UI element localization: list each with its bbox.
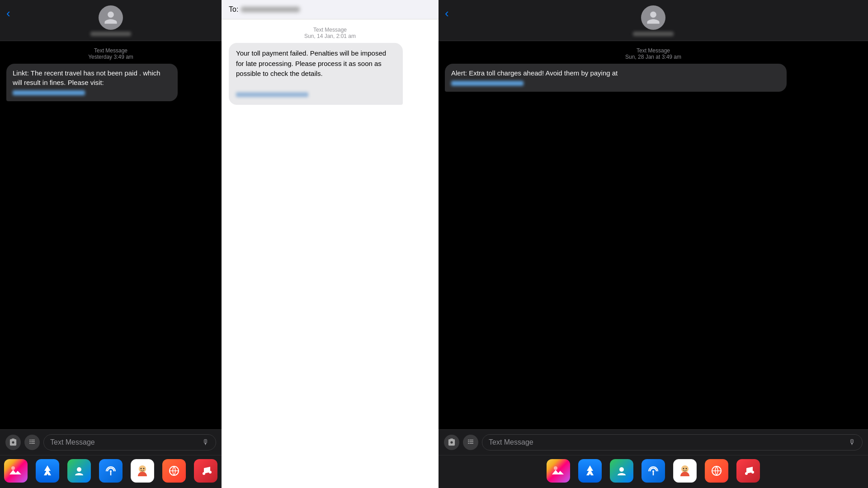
svg-point-5 bbox=[141, 468, 142, 469]
svg-point-1 bbox=[77, 467, 81, 472]
left-dock-shazam[interactable] bbox=[99, 459, 123, 483]
svg-point-2 bbox=[110, 470, 112, 472]
left-phone: ‹ Text Message Yesterday 3:49 am Linkt: … bbox=[0, 0, 222, 488]
right-url-blur bbox=[451, 81, 524, 86]
left-msg-body: Text Message Yesterday 3:49 am Linkt: Th… bbox=[0, 41, 222, 429]
right-dock-appstore[interactable] bbox=[578, 459, 602, 483]
left-input-bar: Text Message 🎙 bbox=[0, 429, 222, 455]
right-dock-bitmoji[interactable] bbox=[673, 459, 697, 483]
middle-recipient-blur bbox=[241, 7, 300, 12]
left-msg-timestamp: Text Message Yesterday 3:49 am bbox=[6, 47, 215, 60]
left-bubble-text: Linkt: The recent travel has not been pa… bbox=[13, 69, 160, 86]
right-dock-music[interactable] bbox=[736, 459, 760, 483]
left-dock-bitmoji[interactable] bbox=[131, 459, 154, 483]
svg-point-12 bbox=[619, 467, 624, 472]
left-dock-appstore[interactable] bbox=[36, 459, 59, 483]
svg-point-9 bbox=[203, 472, 205, 475]
right-mic-icon: 🎙 bbox=[849, 438, 856, 446]
left-mic-icon: 🎙 bbox=[202, 438, 209, 446]
svg-point-10 bbox=[209, 471, 212, 474]
right-dock-findmy[interactable] bbox=[610, 459, 633, 483]
left-apps-button[interactable] bbox=[24, 435, 40, 450]
left-dock-translate[interactable] bbox=[162, 459, 186, 483]
right-contact-name bbox=[633, 32, 674, 36]
svg-point-16 bbox=[683, 468, 684, 469]
middle-msg-timestamp: Sun, 14 Jan, 2:01 am bbox=[304, 33, 356, 39]
left-dock-photos[interactable] bbox=[4, 459, 28, 483]
left-avatar bbox=[99, 5, 123, 30]
svg-point-6 bbox=[143, 468, 145, 469]
right-bubble-text: Alert: Extra toll charges ahead! Avoid t… bbox=[451, 69, 618, 77]
svg-point-17 bbox=[686, 468, 687, 469]
right-avatar bbox=[641, 5, 665, 30]
right-dock-shazam[interactable] bbox=[642, 459, 665, 483]
middle-bubble-text: Your toll payment failed. Penalties will… bbox=[236, 49, 386, 77]
svg-point-15 bbox=[681, 465, 689, 473]
left-dock-findmy[interactable] bbox=[67, 459, 91, 483]
right-camera-button[interactable] bbox=[444, 435, 459, 450]
svg-point-20 bbox=[745, 472, 748, 475]
middle-to-bar: To: bbox=[222, 0, 439, 19]
right-bubble: Alert: Extra toll charges ahead! Avoid t… bbox=[445, 64, 787, 92]
middle-to-label: To: bbox=[229, 5, 238, 14]
right-input-bar: Text Message 🎙 bbox=[439, 429, 868, 455]
left-input-placeholder: Text Message bbox=[50, 438, 95, 446]
middle-url-blur bbox=[236, 92, 308, 97]
middle-body: Text Message Sun, 14 Jan, 2:01 am Your t… bbox=[222, 19, 439, 488]
middle-panel: To: Text Message Sun, 14 Jan, 2:01 am Yo… bbox=[222, 0, 439, 488]
left-back-button[interactable]: ‹ bbox=[6, 6, 10, 20]
right-apps-button[interactable] bbox=[463, 435, 478, 450]
left-header: ‹ bbox=[0, 0, 222, 41]
right-phone: ‹ Text Message Sun, 28 Jan at 3:49 am Al… bbox=[439, 0, 868, 488]
right-dock-photos[interactable] bbox=[547, 459, 570, 483]
right-dock bbox=[439, 455, 868, 488]
svg-point-11 bbox=[554, 466, 557, 470]
left-camera-button[interactable] bbox=[5, 435, 21, 450]
left-dock bbox=[0, 455, 222, 488]
left-contact-name bbox=[90, 32, 131, 36]
right-back-button[interactable]: ‹ bbox=[445, 6, 449, 20]
svg-point-21 bbox=[751, 471, 754, 474]
right-input-placeholder: Text Message bbox=[489, 438, 533, 446]
right-header: ‹ bbox=[439, 0, 868, 41]
middle-timestamp: Text Message Sun, 14 Jan, 2:01 am bbox=[229, 27, 431, 39]
svg-point-4 bbox=[139, 465, 146, 473]
left-bubble: Linkt: The recent travel has not been pa… bbox=[6, 64, 178, 101]
svg-point-13 bbox=[652, 470, 654, 472]
middle-msg-label: Text Message bbox=[313, 27, 347, 33]
right-text-input[interactable]: Text Message 🎙 bbox=[482, 434, 863, 450]
right-msg-timestamp: Text Message Sun, 28 Jan at 3:49 am bbox=[445, 47, 862, 60]
middle-bubble: Your toll payment failed. Penalties will… bbox=[229, 43, 403, 105]
left-dock-music[interactable] bbox=[194, 459, 217, 483]
right-msg-body: Text Message Sun, 28 Jan at 3:49 am Aler… bbox=[439, 41, 868, 429]
left-text-input[interactable]: Text Message 🎙 bbox=[43, 434, 216, 450]
right-dock-translate[interactable] bbox=[705, 459, 728, 483]
left-url-blur bbox=[13, 90, 85, 95]
svg-point-0 bbox=[11, 466, 15, 470]
